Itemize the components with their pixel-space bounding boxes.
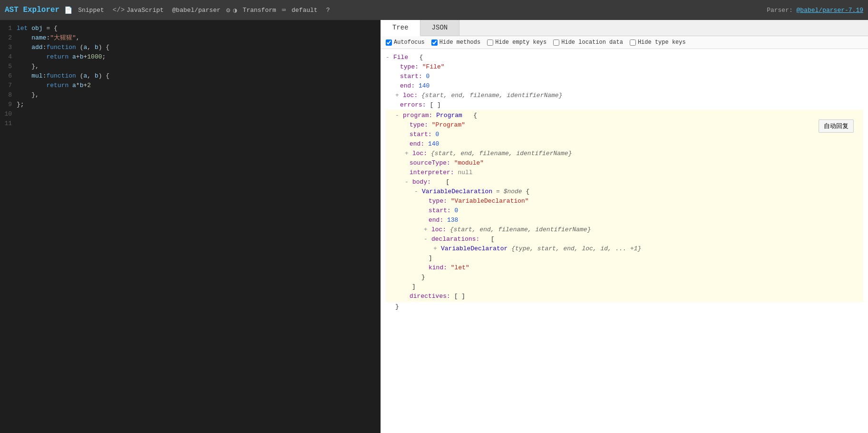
hide-empty-keys-label: Hide empty keys (495, 39, 546, 46)
code-line-3: add:function (a, b) { (17, 43, 376, 52)
line-num-2: 2 (4, 33, 12, 43)
transform-label: Transform (243, 7, 276, 14)
line-numbers: 1 2 3 4 5 6 7 8 9 10 11 (0, 24, 17, 128)
end-key: end: (400, 81, 415, 91)
line-num-6: 6 (4, 71, 12, 81)
parser-button[interactable]: @babel/parser (169, 6, 223, 15)
help-button[interactable]: ? (323, 6, 333, 15)
code-icon: </> (113, 6, 125, 14)
ast-vardecl-start-line: start: 0 (386, 206, 863, 216)
hide-methods-checkbox[interactable] (431, 39, 438, 46)
hide-location-label: Hide location data (561, 39, 623, 46)
ast-declarations-line: - declarations: [ (386, 235, 863, 244)
language-button[interactable]: </> JavaScript (110, 5, 166, 15)
sourcetype-key: sourceType: (410, 158, 450, 168)
snippet-button[interactable]: Snippet (75, 6, 107, 15)
ast-loc-line: + loc: {start, end, filename, identifier… (386, 91, 863, 100)
file-type-val: "File" (419, 62, 445, 72)
ast-program-type-line: type: "Program" (386, 120, 863, 130)
ast-interpreter-line: interpreter: null (386, 168, 863, 177)
hide-methods-label: Hide methods (439, 39, 480, 46)
tab-json[interactable]: JSON (420, 20, 460, 36)
option-hide-methods[interactable]: Hide methods (431, 39, 480, 46)
errors-val: [ ] (426, 100, 441, 110)
option-hide-empty-keys[interactable]: Hide empty keys (487, 39, 546, 46)
varDeclarator-toggle[interactable]: + (433, 244, 439, 254)
ast-declarations-close-line: ] (386, 254, 863, 263)
code-text: let obj = { name:"大猩猩", add:function (a,… (17, 24, 380, 128)
hide-location-checkbox[interactable] (553, 39, 559, 46)
start-key: start: (400, 72, 422, 81)
file-end-val: 140 (415, 81, 429, 91)
help-label: ? (326, 7, 330, 14)
code-line-8: }, (17, 90, 376, 100)
code-line-7: return a*b+2 (17, 81, 376, 90)
ast-pane: Tree JSON Autofocus Hide methods Hide em… (380, 20, 868, 433)
option-hide-location-data[interactable]: Hide location data (553, 39, 623, 46)
body-key: body: (412, 177, 431, 187)
ast-program-close-line: } (386, 302, 863, 312)
vd-type-key: type: (429, 197, 447, 206)
loc-toggle[interactable]: + (395, 91, 401, 100)
file-toggle[interactable]: - (386, 53, 391, 62)
snippet-icon: 📄 (64, 6, 72, 14)
default-button[interactable]: default (289, 6, 321, 15)
vardecl-type: VariableDeclaration (422, 187, 492, 197)
prog-start-val: 0 (432, 130, 439, 139)
ast-vardecl-line: - VariableDeclaration = $node { (386, 187, 863, 197)
declarations-toggle[interactable]: - (424, 235, 429, 244)
ast-directives-line: directives: [ ] (386, 292, 863, 301)
parser-version-link[interactable]: @babel/parser-7.19 (797, 7, 863, 14)
ast-end-line: end: 140 (386, 81, 863, 91)
vd-loc-toggle[interactable]: + (424, 225, 429, 235)
auto-reply-button[interactable]: 自动回复 (819, 119, 854, 133)
code-line-6: mul:function (a, b) { (17, 71, 376, 81)
options-bar: Autofocus Hide methods Hide empty keys H… (381, 36, 868, 49)
app-logo[interactable]: AST Explorer (5, 6, 59, 14)
program-toggle[interactable]: - (395, 111, 401, 120)
code-line-11 (17, 119, 376, 128)
split-icon[interactable]: ◑ (233, 6, 237, 14)
errors-key: errors: (400, 100, 426, 110)
ast-program-end-line: end: 140 (386, 139, 863, 149)
prog-loc-toggle[interactable]: + (405, 149, 410, 158)
vd-start-val: 0 (451, 206, 458, 216)
line-num-4: 4 (4, 52, 12, 62)
ast-kind-line: kind: "let" (386, 263, 863, 273)
autofocus-checkbox[interactable] (386, 39, 392, 46)
vd-type-val: "VariableDeclaration" (447, 197, 529, 206)
loc-val: {start, end, filename, identifierName} (418, 91, 562, 100)
code-line-2: name:"大猩猩", (17, 33, 376, 43)
ast-file-line: - File { (386, 53, 863, 62)
prog-type-key: type: (410, 120, 428, 130)
language-label: JavaScript (127, 7, 164, 14)
ast-vardecl-type-line: type: "VariableDeclaration" (386, 197, 863, 206)
transform-button[interactable]: Transform (240, 6, 279, 15)
option-hide-type-keys[interactable]: Hide type keys (630, 39, 686, 46)
ast-varDeclarator-line: + VariableDeclarator {type, start, end, … (386, 244, 863, 254)
hide-empty-keys-checkbox[interactable] (487, 39, 493, 46)
kind-key: kind: (429, 263, 447, 273)
parser-info: Parser: @babel/parser-7.19 (767, 7, 863, 14)
ast-tabs: Tree JSON (381, 20, 868, 36)
line-num-3: 3 (4, 43, 12, 52)
vd-loc-key: loc: (431, 225, 446, 235)
ast-vardecl-loc-line: + loc: {start, end, filename, identifier… (386, 225, 863, 235)
program-key: program: (403, 111, 432, 120)
ast-content[interactable]: 自动回复 - File { type: "File" start: 0 (381, 49, 868, 433)
file-start-val: 0 (422, 72, 430, 81)
settings-icon[interactable]: ⚙ (226, 6, 230, 14)
vardecl-toggle[interactable]: - (414, 187, 420, 197)
code-editor[interactable]: 1 2 3 4 5 6 7 8 9 10 11 let obj = { name… (0, 20, 380, 433)
body-toggle[interactable]: - (405, 177, 410, 187)
line-num-8: 8 (4, 90, 12, 100)
code-line-5: }, (17, 62, 376, 71)
prog-loc-key: loc: (412, 149, 427, 158)
option-autofocus[interactable]: Autofocus (386, 39, 425, 46)
ast-program-loc-line: + loc: {start, end, filename, identifier… (386, 149, 863, 158)
sourcetype-val: "module" (450, 158, 484, 168)
tab-tree[interactable]: Tree (381, 20, 420, 36)
line-num-9: 9 (4, 100, 12, 109)
hide-type-keys-checkbox[interactable] (630, 39, 636, 46)
ast-program-line: - program: Program { (386, 111, 863, 120)
